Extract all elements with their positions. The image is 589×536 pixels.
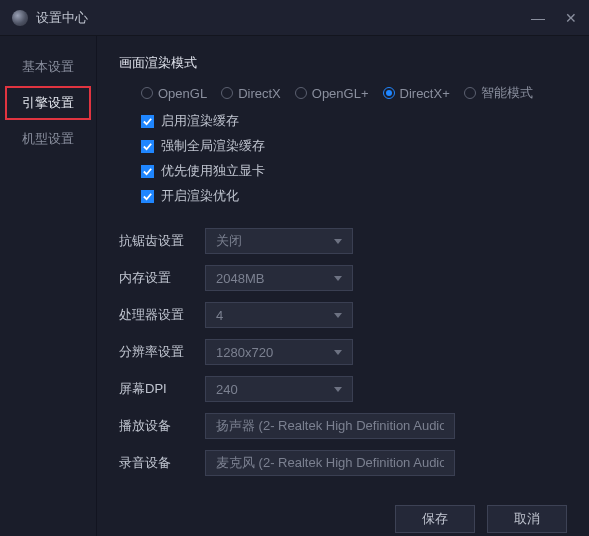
dropdown-value: 4 [216,308,334,323]
form-label: 分辨率设置 [119,343,205,361]
checkbox-icon [141,115,154,128]
app-logo-icon [12,10,28,26]
row-dpi: 屏幕DPI 240 [119,376,567,402]
checkbox-icon [141,140,154,153]
checkbox-icon [141,165,154,178]
form-label: 处理器设置 [119,306,205,324]
check-label: 启用渲染缓存 [161,112,239,130]
check-force-global-cache[interactable]: 强制全局渲染缓存 [141,137,567,155]
form-label: 内存设置 [119,269,205,287]
check-label: 开启渲染优化 [161,187,239,205]
form-label: 录音设备 [119,454,205,472]
form-label: 播放设备 [119,417,205,435]
dropdown-recording-device[interactable]: 麦克风 (2- Realtek High Definition Audio) [205,450,455,476]
dropdown-value: 扬声器 (2- Realtek High Definition Audio) [216,417,444,435]
radio-icon [221,87,233,99]
window-controls: — ✕ [531,10,577,26]
radio-icon [464,87,476,99]
radio-directx[interactable]: DirectX [221,84,281,102]
sidebar-item-model[interactable]: 机型设置 [5,122,91,156]
footer: 保存 取消 [119,487,567,533]
dropdown-resolution[interactable]: 1280x720 [205,339,353,365]
render-mode-title: 画面渲染模式 [119,54,567,72]
sidebar: 基本设置 引擎设置 机型设置 [0,36,97,536]
radio-smart-mode[interactable]: 智能模式 [464,84,533,102]
radio-icon [295,87,307,99]
checkbox-icon [141,190,154,203]
render-checks: 启用渲染缓存 强制全局渲染缓存 优先使用独立显卡 开启渲染优化 [141,112,567,212]
row-playback-device: 播放设备 扬声器 (2- Realtek High Definition Aud… [119,413,567,439]
radio-label: DirectX [238,86,281,101]
radio-label: OpenGL+ [312,86,369,101]
dropdown-memory[interactable]: 2048MB [205,265,353,291]
sidebar-item-label: 机型设置 [22,130,74,148]
dropdown-antialias[interactable]: 关闭 [205,228,353,254]
check-enable-render-optimize[interactable]: 开启渲染优化 [141,187,567,205]
radio-label: OpenGL [158,86,207,101]
sidebar-item-label: 基本设置 [22,58,74,76]
dropdown-value: 240 [216,382,334,397]
dropdown-value: 1280x720 [216,345,334,360]
dropdown-value: 麦克风 (2- Realtek High Definition Audio) [216,454,444,472]
radio-opengl-plus[interactable]: OpenGL+ [295,84,369,102]
window-title: 设置中心 [36,9,88,27]
titlebar: 设置中心 — ✕ [0,0,589,36]
dropdown-cpu[interactable]: 4 [205,302,353,328]
chevron-down-icon [334,239,342,244]
dropdown-playback-device[interactable]: 扬声器 (2- Realtek High Definition Audio) [205,413,455,439]
sidebar-item-basic[interactable]: 基本设置 [5,50,91,84]
radio-opengl[interactable]: OpenGL [141,84,207,102]
radio-icon [383,87,395,99]
radio-icon [141,87,153,99]
render-mode-options: OpenGL DirectX OpenGL+ DirectX+ 智能模式 [141,84,567,102]
chevron-down-icon [334,313,342,318]
dropdown-dpi[interactable]: 240 [205,376,353,402]
chevron-down-icon [334,350,342,355]
check-label: 优先使用独立显卡 [161,162,265,180]
check-label: 强制全局渲染缓存 [161,137,265,155]
cancel-button[interactable]: 取消 [487,505,567,533]
main-panel: 画面渲染模式 OpenGL DirectX OpenGL+ DirectX+ 智… [97,36,589,536]
radio-directx-plus[interactable]: DirectX+ [383,84,450,102]
settings-form: 抗锯齿设置 关闭 内存设置 2048MB 处理器设置 4 [119,228,567,487]
minimize-button[interactable]: — [531,10,545,26]
button-label: 取消 [514,510,540,528]
check-prefer-dedicated-gpu[interactable]: 优先使用独立显卡 [141,162,567,180]
row-cpu: 处理器设置 4 [119,302,567,328]
radio-label: 智能模式 [481,84,533,102]
form-label: 抗锯齿设置 [119,232,205,250]
chevron-down-icon [334,276,342,281]
dropdown-value: 2048MB [216,271,334,286]
button-label: 保存 [422,510,448,528]
sidebar-item-engine[interactable]: 引擎设置 [5,86,91,120]
row-recording-device: 录音设备 麦克风 (2- Realtek High Definition Aud… [119,450,567,476]
row-antialias: 抗锯齿设置 关闭 [119,228,567,254]
check-enable-render-cache[interactable]: 启用渲染缓存 [141,112,567,130]
chevron-down-icon [334,387,342,392]
row-memory: 内存设置 2048MB [119,265,567,291]
close-button[interactable]: ✕ [565,10,577,26]
row-resolution: 分辨率设置 1280x720 [119,339,567,365]
save-button[interactable]: 保存 [395,505,475,533]
sidebar-item-label: 引擎设置 [22,94,74,112]
radio-label: DirectX+ [400,86,450,101]
form-label: 屏幕DPI [119,380,205,398]
dropdown-value: 关闭 [216,232,334,250]
